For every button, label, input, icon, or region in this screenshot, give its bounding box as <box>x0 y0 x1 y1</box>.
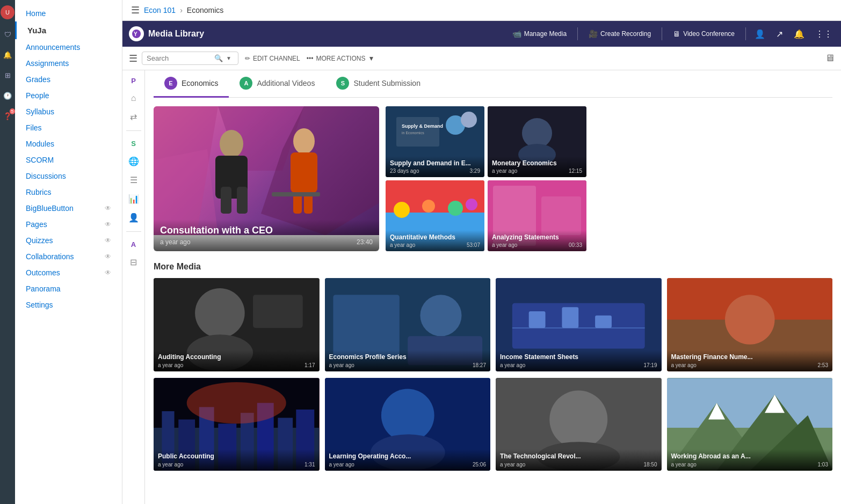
collaborations-eye-icon[interactable]: 👁 <box>105 253 111 260</box>
nav-grades[interactable]: Grades <box>15 71 122 87</box>
nav-bigbluebutton[interactable]: BigBlueButton 👁 <box>15 200 122 216</box>
featured-video-meta: a year ago 23:40 <box>160 238 373 246</box>
search-icon[interactable]: 🔍 <box>214 54 223 62</box>
toolbar-right: 🖥 <box>825 53 835 64</box>
quizzes-eye-icon[interactable]: 👁 <box>105 237 111 244</box>
toolbar-search[interactable]: 🔍 ▼ <box>142 52 238 65</box>
svg-rect-13 <box>304 181 313 214</box>
more-actions-button[interactable]: ••• MORE ACTIONS ▼ <box>307 55 375 62</box>
svg-rect-9 <box>237 187 248 214</box>
search-input[interactable] <box>147 54 211 62</box>
side-video-1-time: a year ago <box>492 168 517 174</box>
media-card-6-meta: a year ago 18:50 <box>500 462 657 468</box>
nav-quizzes[interactable]: Quizzes 👁 <box>15 232 122 249</box>
side-share-icon[interactable]: ⇄ <box>130 112 137 122</box>
side-list-icon[interactable]: ☰ <box>130 175 137 185</box>
media-card-5-title: Learning Operating Acco... <box>329 452 487 460</box>
create-recording-icon: 🎥 <box>589 30 598 38</box>
media-card-3-title: Mastering Finance Nume... <box>671 353 829 361</box>
external-link-icon[interactable]: ↗ <box>774 27 785 41</box>
side-globe-icon[interactable]: 🌐 <box>128 156 139 166</box>
apps-grid-icon[interactable]: ⋮⋮ <box>813 27 835 41</box>
nav-outcomes[interactable]: Outcomes 👁 <box>15 265 122 281</box>
media-card-3[interactable]: Mastering Finance Nume... a year ago 2:5… <box>667 278 833 371</box>
side-video-1[interactable]: Monetary Economics a year ago 12:15 <box>488 106 586 177</box>
hamburger-icon[interactable]: ☰ <box>131 4 140 16</box>
tab-additional-videos[interactable]: A Additional Videos <box>229 70 325 98</box>
svg-text:Supply & Demand: Supply & Demand <box>402 123 443 129</box>
featured-video-time: a year ago <box>160 238 191 246</box>
nav-scorm[interactable]: SCORM <box>15 152 122 168</box>
media-card-3-duration: 2:53 <box>818 362 828 368</box>
media-card-0[interactable]: Auditing Accounting a year ago 1:17 <box>154 278 320 371</box>
clock-icon[interactable]: 🕐 <box>2 90 13 101</box>
media-card-5-duration: 25:06 <box>473 462 486 468</box>
svg-rect-14 <box>272 192 320 196</box>
svg-rect-8 <box>221 187 231 214</box>
nav-people[interactable]: People <box>15 87 122 104</box>
nav-home[interactable]: Home <box>15 5 122 21</box>
side-video-0-meta: 23 days ago 3:29 <box>390 168 480 174</box>
toolbar-hamburger-icon[interactable]: ☰ <box>129 53 137 64</box>
video-conference-button[interactable]: 🖥 Video Conference <box>669 27 739 40</box>
left-nav: Home YuJa Announcements Assignments Grad… <box>15 0 122 504</box>
media-card-6[interactable]: The Technological Revol... a year ago 18… <box>496 378 662 471</box>
media-card-2[interactable]: Income Statement Sheets a year ago 17:19 <box>496 278 662 371</box>
manage-media-button[interactable]: 📹 Manage Media <box>508 27 571 40</box>
media-card-3-overlay: Mastering Finance Nume... a year ago 2:5… <box>667 350 833 371</box>
outcomes-eye-icon[interactable]: 👁 <box>105 269 111 276</box>
shield-icon[interactable]: 🛡 <box>2 29 13 40</box>
side-video-2[interactable]: Quantitative Methods a year ago 53:07 <box>386 180 484 251</box>
nav-rubrics[interactable]: Rubrics <box>15 184 122 200</box>
grid-icon[interactable]: ⊞ <box>2 70 13 81</box>
breadcrumb-course[interactable]: Econ 101 <box>144 6 176 14</box>
yuja-body: P ⌂ ⇄ S 🌐 ☰ 📊 👤 A ⊟ E Economics <box>122 70 841 504</box>
help-icon[interactable]: ❓5 <box>2 111 13 121</box>
nav-settings[interactable]: Settings <box>15 297 122 313</box>
svg-rect-32 <box>541 196 581 235</box>
nav-assignments[interactable]: Assignments <box>15 55 122 71</box>
user-profile-icon[interactable]: 👤 <box>752 27 767 41</box>
media-card-5-overlay: Learning Operating Acco... a year ago 25… <box>325 449 491 471</box>
nav-announcements[interactable]: Announcements <box>15 39 122 55</box>
media-card-4-duration: 1:31 <box>305 462 315 468</box>
media-card-7[interactable]: Working Abroad as an A... a year ago 1:0… <box>667 378 833 471</box>
svg-point-34 <box>195 288 245 338</box>
nav-syllabus[interactable]: Syllabus <box>15 104 122 120</box>
side-chart-icon[interactable]: 📊 <box>128 194 139 204</box>
media-card-4[interactable]: Public Accounting a year ago 1:31 <box>154 378 320 471</box>
side-home-icon[interactable]: ⌂ <box>131 93 136 103</box>
side-video-3-duration: 00:33 <box>569 242 582 248</box>
svg-point-27 <box>422 200 435 213</box>
media-card-6-title: The Technological Revol... <box>500 452 657 460</box>
svg-point-65 <box>549 390 607 448</box>
media-card-5[interactable]: Learning Operating Acco... a year ago 25… <box>325 378 491 471</box>
notification-icon[interactable]: 🔔 <box>792 27 807 41</box>
screen-icon[interactable]: 🖥 <box>825 53 835 63</box>
bigbluebutton-eye-icon[interactable]: 👁 <box>105 204 111 212</box>
nav-panorama[interactable]: Panorama <box>15 281 122 297</box>
bell-icon[interactable]: 🔔 <box>2 49 13 60</box>
side-video-1-meta: a year ago 12:15 <box>492 168 582 174</box>
user-avatar[interactable]: U <box>1 5 15 19</box>
pages-eye-icon[interactable]: 👁 <box>105 221 111 228</box>
side-video-0[interactable]: Supply & Demand in Economics Supply and … <box>386 106 484 177</box>
nav-files[interactable]: Files <box>15 120 122 136</box>
side-archive-icon[interactable]: ⊟ <box>130 257 137 267</box>
media-card-1[interactable]: Economics Profile Series a year ago 18:2… <box>325 278 491 371</box>
breadcrumb-separator: › <box>180 6 183 14</box>
nav-collaborations[interactable]: Collaborations 👁 <box>15 249 122 265</box>
tab-student-submission[interactable]: S Student Submission <box>325 70 431 98</box>
nav-modules[interactable]: Modules <box>15 136 122 152</box>
create-recording-button[interactable]: 🎥 Create Recording <box>584 27 655 40</box>
tab-economics[interactable]: E Economics <box>154 70 229 98</box>
side-videos-grid: Supply & Demand in Economics Supply and … <box>386 106 586 251</box>
side-person-icon[interactable]: 👤 <box>128 213 139 223</box>
nav-pages[interactable]: Pages 👁 <box>15 216 122 232</box>
featured-video[interactable]: Consultation with a CEO a year ago 23:40 <box>154 106 379 251</box>
media-card-7-overlay: Working Abroad as an A... a year ago 1:0… <box>667 449 833 471</box>
edit-channel-button[interactable]: ✏ EDIT CHANNEL <box>245 55 300 62</box>
side-video-3[interactable]: Analyzing Statements a year ago 00:33 <box>488 180 586 251</box>
search-caret-icon[interactable]: ▼ <box>226 55 231 61</box>
nav-discussions[interactable]: Discussions <box>15 168 122 184</box>
